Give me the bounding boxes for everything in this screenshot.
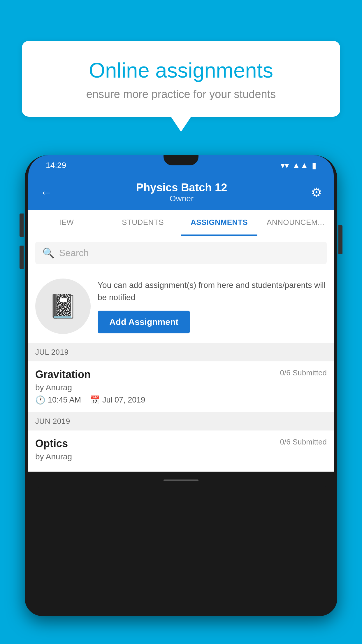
clock-icon: 🕐 — [35, 395, 45, 405]
back-button[interactable]: ← — [40, 186, 52, 200]
phone-screen: 🔍 Search 📓 You can add assignment(s) fro… — [28, 236, 334, 472]
phone-container: 14:29 ▾▾ ▲▲ ▮ ← Physics Batch 12 Owner ⚙… — [25, 152, 337, 644]
assignment-item-gravitation[interactable]: Gravitation 0/6 Submitted by Anurag 🕐 10… — [28, 361, 334, 412]
header-title: Physics Batch 12 — [136, 181, 227, 194]
tab-assignments[interactable]: ASSIGNMENTS — [181, 210, 257, 236]
phone-outer: 14:29 ▾▾ ▲▲ ▮ ← Physics Batch 12 Owner ⚙… — [25, 155, 337, 616]
assignment-name: Gravitation — [35, 368, 91, 381]
speech-bubble-subtitle: ensure more practice for your students — [42, 88, 320, 101]
app-header: ← Physics Batch 12 Owner ⚙ — [28, 176, 334, 210]
assignment-meta: 🕐 10:45 AM 📅 Jul 07, 2019 — [35, 395, 327, 405]
assignment-by: by Anurag — [35, 383, 327, 392]
status-time: 14:29 — [46, 161, 66, 170]
assignment-name-optics: Optics — [35, 438, 68, 450]
speech-bubble-title: Online assignments — [42, 58, 320, 82]
phone-notch — [164, 155, 198, 165]
tab-announcements[interactable]: ANNOUNCEM... — [257, 210, 334, 236]
section-header-jul: JUL 2019 — [28, 343, 334, 361]
search-placeholder: Search — [59, 248, 89, 258]
assignment-submitted: 0/6 Submitted — [280, 368, 327, 377]
book-icon: 📓 — [48, 293, 78, 320]
calendar-icon: 📅 — [90, 395, 100, 405]
status-icons: ▾▾ ▲▲ ▮ — [281, 161, 316, 170]
add-assignment-button[interactable]: Add Assignment — [98, 311, 190, 333]
tab-iew[interactable]: IEW — [28, 210, 105, 236]
header-subtitle: Owner — [136, 194, 227, 203]
speech-bubble-container: Online assignments ensure more practice … — [22, 41, 340, 117]
meta-date: 📅 Jul 07, 2019 — [90, 395, 145, 405]
assignment-item-optics[interactable]: Optics 0/6 Submitted by Anurag — [28, 430, 334, 472]
signal-icon: ▲▲ — [292, 161, 308, 170]
promo-content: You can add assignment(s) from here and … — [98, 279, 327, 333]
status-bar: 14:29 ▾▾ ▲▲ ▮ — [28, 155, 334, 176]
assignment-item-header-optics: Optics 0/6 Submitted — [35, 438, 327, 450]
header-center: Physics Batch 12 Owner — [136, 181, 227, 203]
battery-icon: ▮ — [312, 161, 316, 170]
search-bar-container: 🔍 Search — [28, 236, 334, 270]
search-icon: 🔍 — [42, 247, 55, 259]
promo-text: You can add assignment(s) from here and … — [98, 279, 327, 304]
meta-time-value: 10:45 AM — [48, 396, 81, 405]
tab-bar: IEW STUDENTS ASSIGNMENTS ANNOUNCEM... — [28, 210, 334, 236]
volume-up-button[interactable] — [20, 214, 24, 237]
power-button[interactable] — [338, 225, 342, 254]
search-bar[interactable]: 🔍 Search — [35, 242, 327, 264]
tab-students[interactable]: STUDENTS — [105, 210, 181, 236]
assignment-by-optics: by Anurag — [35, 452, 327, 461]
section-header-jun: JUN 2019 — [28, 412, 334, 430]
settings-icon[interactable]: ⚙ — [311, 185, 322, 200]
meta-date-value: Jul 07, 2019 — [102, 396, 145, 405]
assignment-item-header: Gravitation 0/6 Submitted — [35, 368, 327, 381]
home-indicator — [164, 480, 198, 481]
phone-bottom-bar — [28, 472, 334, 489]
speech-bubble: Online assignments ensure more practice … — [22, 41, 340, 117]
assignment-submitted-optics: 0/6 Submitted — [280, 438, 327, 447]
meta-time: 🕐 10:45 AM — [35, 395, 81, 405]
volume-down-button[interactable] — [20, 246, 24, 269]
wifi-icon: ▾▾ — [281, 161, 289, 170]
promo-icon-circle: 📓 — [35, 279, 91, 334]
assignment-promo: 📓 You can add assignment(s) from here an… — [28, 270, 334, 343]
